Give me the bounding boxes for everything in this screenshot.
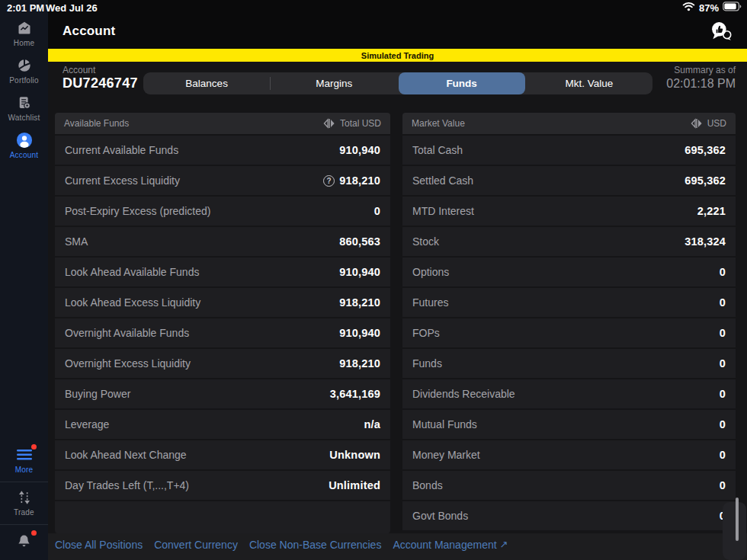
sidebar-item-portfolio[interactable]: Portfolio xyxy=(0,57,48,85)
row-label: Dividends Receivable xyxy=(412,388,515,400)
row-value: 0 xyxy=(720,449,726,461)
row-label: SMA xyxy=(65,235,88,248)
row-value: 0 xyxy=(720,357,726,370)
close-non-base-currencies-link[interactable]: Close Non-Base Currencies xyxy=(249,539,382,560)
currency-label: Total USD xyxy=(340,118,381,129)
sidebar-item-notifications[interactable] xyxy=(0,525,48,560)
sidebar-item-home[interactable]: Home xyxy=(0,20,48,47)
row-value: 0 xyxy=(720,479,726,491)
table-row[interactable]: Overnight Excess Liquidity 918,210 xyxy=(55,349,390,378)
table-row[interactable]: Futures 0 xyxy=(402,288,736,317)
table-row[interactable]: Look Ahead Next Change Unknown xyxy=(55,440,390,469)
row-value: 0 xyxy=(720,418,726,430)
table-row[interactable]: Options 0 xyxy=(402,258,736,286)
row-label: Buying Power xyxy=(65,388,130,400)
table-row[interactable]: Funds 0 xyxy=(402,349,736,378)
battery-icon xyxy=(723,2,742,14)
tab-mkt-value[interactable]: Mkt. Value xyxy=(526,72,652,94)
table-row[interactable]: Day Trades Left (T,...,T+4) Unlimited xyxy=(55,471,390,500)
chat-feedback-icon[interactable] xyxy=(710,21,733,42)
available-funds-panel: Available Funds Total USD Current Availa… xyxy=(55,113,390,533)
table-row[interactable]: SMA 860,563 xyxy=(55,227,390,256)
sidebar-item-account[interactable]: Account xyxy=(0,132,48,159)
home-icon xyxy=(15,20,34,37)
row-label: Funds xyxy=(412,357,442,370)
market-value-panel: Market Value USD Total Cash 695,362 xyxy=(402,113,736,530)
table-row[interactable]: Current Available Funds 910,940 xyxy=(55,136,390,165)
clock-time: 2:01 PM xyxy=(7,2,44,14)
table-row[interactable]: Bonds 0 xyxy=(402,471,736,500)
watchlist-icon xyxy=(15,94,34,111)
scroll-track xyxy=(723,502,746,560)
row-label: Post-Expiry Excess (predicted) xyxy=(65,205,210,217)
help-icon[interactable] xyxy=(323,175,335,187)
table-row[interactable]: Buying Power 3,641,169 xyxy=(55,379,390,408)
row-value: 0 xyxy=(720,266,726,278)
sidebar-item-watchlist[interactable]: Watchlist xyxy=(0,94,48,122)
scrollbar-thumb[interactable] xyxy=(736,498,739,541)
notification-badge xyxy=(31,530,37,536)
account-number[interactable]: DU7246747 xyxy=(63,75,138,91)
currency-toggle[interactable]: Total USD xyxy=(323,118,381,129)
summary-as-of-label: Summary as of xyxy=(674,65,736,75)
row-value: 0 xyxy=(720,296,726,309)
table-row[interactable]: Current Excess Liquidity 918,210 xyxy=(55,166,390,195)
external-link-icon: ↗ xyxy=(500,539,508,560)
panel-header: Available Funds Total USD xyxy=(55,113,390,134)
row-value: 860,563 xyxy=(339,235,380,248)
tab-funds[interactable]: Funds xyxy=(399,72,525,94)
sidebar: Home Portfolio xyxy=(0,0,48,560)
row-value: 695,362 xyxy=(684,144,726,156)
row-label: FOPs xyxy=(412,327,440,339)
row-value: 910,940 xyxy=(339,327,380,339)
sidebar-item-trade[interactable]: Trade xyxy=(0,482,48,524)
table-row[interactable]: Govt Bonds 0 xyxy=(402,501,736,530)
row-label: Options xyxy=(412,266,449,278)
tab-balances[interactable]: Balances xyxy=(143,72,270,94)
currency-label: USD xyxy=(707,118,726,129)
row-label: Overnight Available Funds xyxy=(65,327,189,339)
row-label: Mutual Funds xyxy=(412,418,477,430)
table-row[interactable]: Total Cash 695,362 xyxy=(402,136,736,165)
table-row[interactable]: Mutual Funds 0 xyxy=(402,410,736,439)
row-value: 2,221 xyxy=(697,205,726,217)
table-row[interactable]: Dividends Receivable 0 xyxy=(402,379,736,408)
table-row[interactable]: Look Ahead Excess Liquidity 918,210 xyxy=(55,288,390,317)
table-row[interactable]: Post-Expiry Excess (predicted) 0 xyxy=(55,197,390,226)
portfolio-pie-icon xyxy=(15,57,34,74)
tab-margins[interactable]: Margins xyxy=(271,72,397,94)
close-all-positions-link[interactable]: Close All Positions xyxy=(55,539,143,560)
table-row[interactable]: Look Ahead Available Funds 910,940 xyxy=(55,258,390,286)
row-value: 3,641,169 xyxy=(330,388,380,400)
wifi-icon xyxy=(682,2,695,14)
table-row[interactable]: Settled Cash 695,362 xyxy=(402,166,736,195)
table-row[interactable]: Overnight Available Funds 910,940 xyxy=(55,318,390,347)
sidebar-item-label: Account xyxy=(10,151,39,159)
row-value: 318,324 xyxy=(684,235,726,248)
simulated-trading-banner: Simulated Trading xyxy=(48,49,747,62)
account-person-icon xyxy=(15,132,34,149)
footer-actions: Close All Positions Convert Currency Clo… xyxy=(48,533,747,560)
row-value: Unknown xyxy=(329,449,380,461)
row-label: Current Available Funds xyxy=(65,144,178,156)
sidebar-item-more[interactable]: More xyxy=(0,440,48,482)
table-row[interactable]: Leverage n/a xyxy=(55,410,390,439)
currency-toggle[interactable]: USD xyxy=(691,118,726,129)
summary-time: 02:01:18 PM xyxy=(666,77,736,91)
sidebar-item-label: Watchlist xyxy=(8,114,40,122)
table-row[interactable]: FOPs 0 xyxy=(402,318,736,347)
convert-currency-link[interactable]: Convert Currency xyxy=(154,539,238,560)
battery-percent: 87% xyxy=(699,2,719,14)
swap-currency-icon xyxy=(691,118,703,129)
table-row[interactable]: MTD Interest 2,221 xyxy=(402,197,736,226)
table-row[interactable]: Money Market 0 xyxy=(402,440,736,469)
row-label: Look Ahead Excess Liquidity xyxy=(65,296,200,309)
account-management-link[interactable]: Account Management ↗ xyxy=(393,539,508,560)
row-value: 918,210 xyxy=(339,174,380,187)
trade-arrows-icon xyxy=(15,489,34,506)
status-date: Wed Jul 26 xyxy=(46,2,98,14)
panel-header: Market Value USD xyxy=(402,113,736,134)
sidebar-item-label: More xyxy=(15,466,34,474)
table-row[interactable]: Stock 318,324 xyxy=(402,227,736,256)
account-tabs: Balances Margins Funds Mkt. Value xyxy=(143,72,652,94)
